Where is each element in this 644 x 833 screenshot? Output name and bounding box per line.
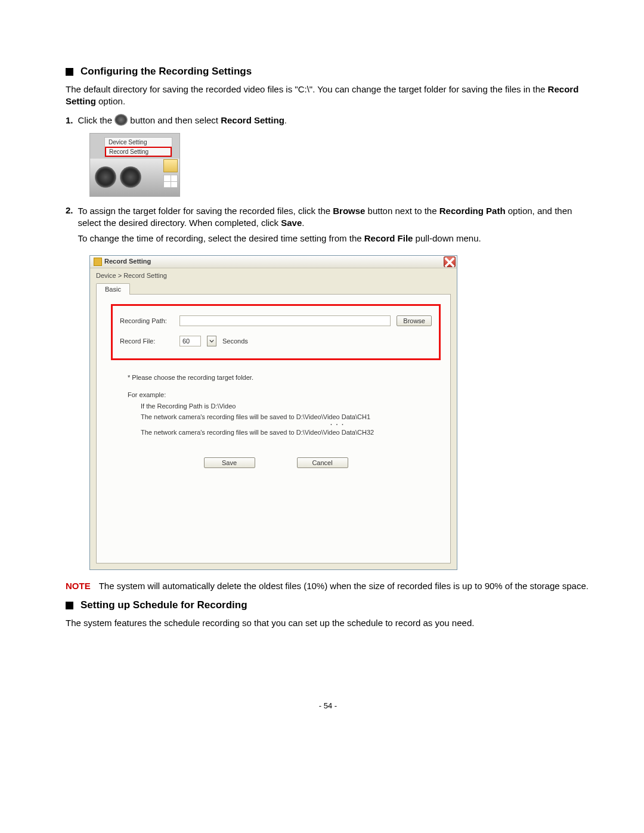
step-number: 1. <box>66 115 73 127</box>
camera-icon[interactable] <box>95 166 116 188</box>
step-2: 2. To assign the target folder for savin… <box>66 205 590 249</box>
gear-icon[interactable] <box>120 166 141 188</box>
view-single-icon[interactable] <box>163 159 178 172</box>
app-icon <box>94 258 102 266</box>
menu-item-device-setting[interactable]: Device Setting <box>105 138 172 147</box>
close-icon <box>444 257 455 268</box>
recording-path-input[interactable] <box>179 315 391 326</box>
record-file-dropdown[interactable] <box>207 336 216 346</box>
dialog-title: Record Setting <box>104 258 151 265</box>
browse-button[interactable]: Browse <box>397 315 432 326</box>
highlighted-area: Recording Path: Browse Record File: 60 S… <box>111 304 441 360</box>
heading-text: Configuring the Recording Settings <box>80 66 252 78</box>
context-menu: Device Setting Record Setting <box>104 137 172 157</box>
tab-basic[interactable]: Basic <box>96 283 130 295</box>
intro-paragraph: The default directory for saving the rec… <box>66 83 590 108</box>
view-buttons <box>163 159 178 188</box>
cancel-button[interactable]: Cancel <box>297 457 348 468</box>
page-number: - 54 - <box>66 701 590 710</box>
dialog-titlebar: Record Setting <box>90 256 457 268</box>
save-button[interactable]: Save <box>204 457 255 468</box>
record-setting-dialog: Record Setting Device > Record Setting B… <box>89 255 457 570</box>
chevron-down-icon <box>209 339 214 343</box>
ellipsis-icon: ● ● ● <box>235 423 441 427</box>
bullet-square-icon <box>66 602 73 609</box>
heading-text: Setting up Schedule for Recording <box>80 599 247 611</box>
note-text: The system will automatically delete the… <box>99 581 590 591</box>
step-number: 2. <box>66 205 73 249</box>
dialog-panel: Recording Path: Browse Record File: 60 S… <box>96 294 451 563</box>
record-file-value[interactable]: 60 <box>179 336 201 346</box>
schedule-paragraph: The system features the schedule recordi… <box>66 617 590 629</box>
step-1: 1. Click the button and then select Reco… <box>66 115 590 127</box>
bullet-square-icon <box>66 68 73 76</box>
step-content: To assign the target folder for saving t… <box>78 205 590 249</box>
recording-path-row: Recording Path: Browse <box>120 315 432 326</box>
section-heading-1: Configuring the Recording Settings <box>66 66 590 78</box>
menu-screenshot: Device Setting Record Setting <box>89 133 180 197</box>
recording-path-label: Recording Path: <box>120 317 174 324</box>
record-file-unit: Seconds <box>222 337 248 345</box>
record-settings-icon <box>114 114 128 126</box>
help-text: * Please choose the recording target fol… <box>128 372 441 438</box>
record-file-label: Record File: <box>120 337 174 345</box>
toolbar-area <box>90 159 179 196</box>
menu-item-record-setting[interactable]: Record Setting <box>105 147 172 157</box>
breadcrumb: Device > Record Setting <box>90 268 457 283</box>
document-page: Configuring the Recording Settings The d… <box>0 0 644 746</box>
dialog-actions: Save Cancel <box>111 457 441 468</box>
record-file-row: Record File: 60 Seconds <box>120 336 432 346</box>
view-grid-icon[interactable] <box>163 175 178 188</box>
close-button[interactable] <box>444 256 456 267</box>
step-content: Click the button and then select Record … <box>78 115 590 127</box>
tabs: Basic <box>90 283 457 294</box>
note: NOTE The system will automatically delet… <box>66 581 590 591</box>
note-label: NOTE <box>66 581 91 591</box>
section-heading-2: Setting up Schedule for Recording <box>66 599 590 611</box>
